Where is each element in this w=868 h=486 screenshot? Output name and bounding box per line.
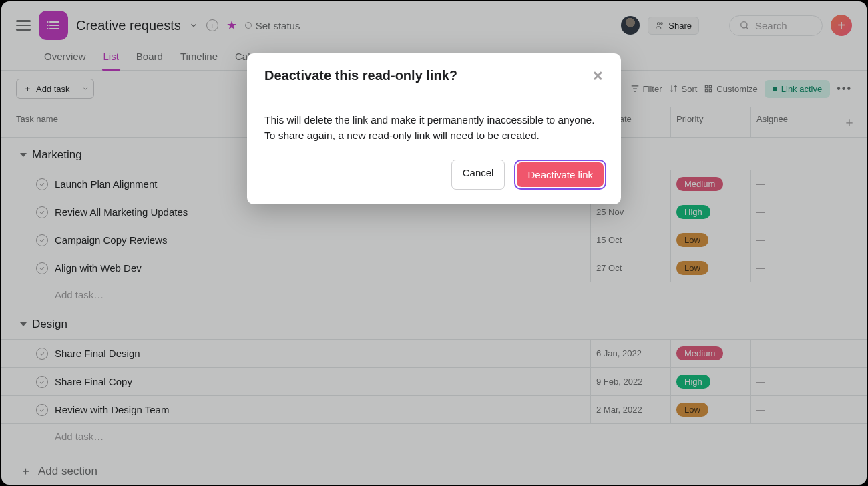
modal-body-text: This will delete the link and make it pe… — [247, 97, 621, 149]
modal-title: Deactivate this read-only link? — [264, 68, 457, 83]
close-icon[interactable]: ✕ — [592, 69, 604, 83]
deactivate-link-button[interactable]: Deactivate link — [517, 162, 604, 187]
cancel-button[interactable]: Cancel — [451, 160, 505, 190]
deactivate-link-modal: Deactivate this read-only link? ✕ This w… — [247, 53, 621, 204]
